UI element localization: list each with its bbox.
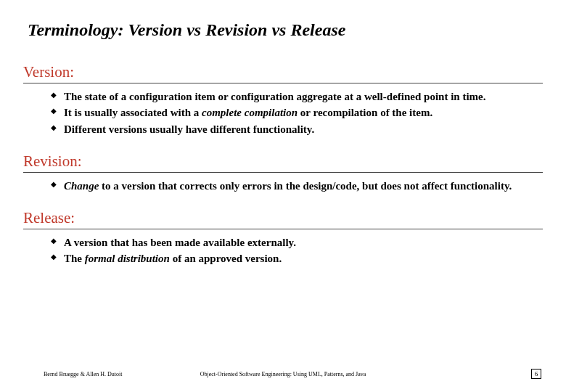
footer-center: Object-Oriented Software Engineering: Us… (200, 371, 366, 377)
footer-left: Bernd Bruegge & Allen H. Dutoit (44, 371, 122, 377)
text: or recompilation of the item. (298, 107, 432, 118)
text-emph: complete compilation (202, 107, 298, 118)
list-item: The state of a configuration item or con… (51, 89, 537, 104)
list-item: Change to a version that corrects only e… (51, 179, 537, 193)
list-item: It is usually associated with a complete… (51, 105, 537, 120)
text: The state of a configuration item or con… (64, 91, 485, 102)
text: Different versions usually have differen… (64, 123, 314, 135)
section-list-revision: Change to a version that corrects only e… (51, 179, 543, 193)
text: of an approved version. (170, 253, 282, 264)
section-heading-revision: Revision: (23, 152, 543, 173)
text-emph: formal distribution (85, 253, 170, 264)
text-emph: Change (64, 180, 99, 192)
text: The (64, 253, 85, 264)
section-list-release: A version that has been made available e… (51, 235, 543, 266)
section-list-version: The state of a configuration item or con… (51, 89, 543, 136)
text: It is usually associated with a (64, 107, 202, 118)
section-heading-release: Release: (23, 209, 543, 229)
list-item: Different versions usually have differen… (51, 122, 537, 136)
page-number: 6 (531, 369, 541, 379)
section-heading-version: Version: (23, 63, 543, 83)
text: A version that has been made available e… (64, 237, 296, 248)
list-item: The formal distribution of an approved v… (51, 251, 537, 266)
text: to a version that corrects only errors i… (99, 180, 512, 192)
slide-footer: Bernd Bruegge & Allen H. Dutoit Object-O… (0, 369, 566, 379)
slide-title: Terminology: Version vs Revision vs Rele… (23, 20, 543, 40)
list-item: A version that has been made available e… (51, 235, 537, 250)
slide-body: Version: The state of a configuration it… (23, 63, 543, 266)
